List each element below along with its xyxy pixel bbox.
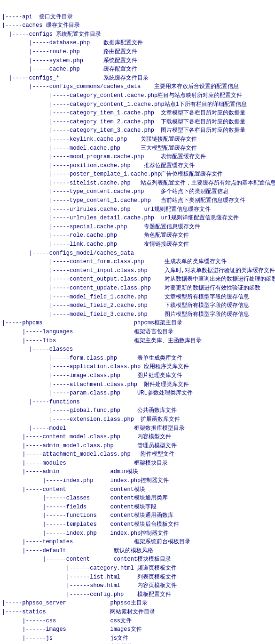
- tree-line: |-----templates 框架系统前台模板目录: [2, 538, 273, 547]
- tree-line: |-----extension.class.php 扩展函数库文件: [2, 415, 273, 424]
- tree-line: |------classes content模块通用类库: [2, 494, 273, 503]
- tree-line: |-----position.cache.php 推荐位配置缓存文件: [2, 161, 273, 170]
- tree-line: |-----model_field_3.cache.php 图片模型所有模型字段…: [2, 310, 273, 319]
- tree-line: |-----phpsso_server phpsso主目录: [2, 599, 273, 608]
- tree-line: |-----form.class.php 表单生成类库文件: [2, 354, 273, 363]
- tree-line: |-----type_content.cache.php 多个站点下的类别配置信…: [2, 187, 273, 196]
- tree-line: |-----content_model.class.php 内容模型文件: [2, 433, 273, 442]
- tree-line: |-----configs_model/caches_data: [2, 249, 273, 258]
- tree-line: |-----content content模块: [2, 485, 273, 494]
- tree-line: |-----model.cache.php 三大模型配置缓存文件: [2, 144, 273, 153]
- tree-line: |-----languages 框架语言包目录: [2, 328, 273, 337]
- tree-line: |-----mood_program.cache.php 表情配置缓存文件: [2, 153, 273, 161]
- tree-line: |-----statics 网站素材文件目录: [2, 608, 273, 617]
- tree-line: |-----libs 框架主类库、主函数库目录: [2, 337, 273, 346]
- tree-line: |-----category_content_1.cache.php站点1下所有…: [2, 100, 273, 109]
- tree-line: |-----functions: [2, 398, 273, 407]
- tree-line: |-----model 框架数据库模型目录: [2, 424, 273, 433]
- tree-line: |------templates content模块后台模板文件: [2, 520, 273, 529]
- tree-line: |-----model_field_1.cache.php 文章模型所有模型字段…: [2, 293, 273, 302]
- tree-line: |-----admin admin模块: [2, 467, 273, 476]
- tree-line: |-----poster_template_1.cache.php广告位模板配置…: [2, 170, 273, 179]
- tree-line: |-----application.class.php 应用程序类库文件: [2, 362, 273, 371]
- tree-line: |-----configs_commons/caches_data 主要用来存放…: [2, 82, 273, 91]
- tree-line: |-----content_input.class.php 入库时,对表单数据进…: [2, 266, 273, 275]
- tree-line: |-----attachment.class.php 附件处理类库文件: [2, 380, 273, 389]
- tree-line: |-----default 默认的模板风格: [2, 547, 273, 555]
- tree-line: |-----route.php 路由配置文件: [2, 48, 273, 56]
- tree-line: |------css css文件: [2, 617, 273, 626]
- tree-line: |-----index.php index.php控制器文件: [2, 476, 273, 485]
- tree-line: |------fields content模块字段: [2, 503, 273, 512]
- tree-line: |------index.php index.php控制器文件: [2, 529, 273, 538]
- tree-line: |-----cache.php 缓存配置文件: [2, 65, 273, 74]
- tree-line: |------content content模块模板目录: [2, 555, 273, 564]
- tree-line: |-----sitelist.cache.php 站点列表配置文件，主要缓存所有…: [2, 179, 273, 188]
- tree-line: |-----type_content_1.cache.php 当前站点下类别配置…: [2, 196, 273, 205]
- tree-line: |-----category_item_3.cache.php 图片模型下各栏目…: [2, 126, 273, 135]
- tree-line: |------js js文件: [2, 634, 273, 643]
- tree-line: |-----keylink.cache.php 关联链接配置缓存文件: [2, 135, 273, 144]
- tree-line: |-----urlrules.cache.php url规则配置信息缓存文件: [2, 205, 273, 214]
- tree-line: |-----system.php 系统配置文件: [2, 56, 273, 65]
- tree-line: |-----api 接口文件目录: [2, 13, 273, 22]
- tree-line: |------show.html 内容页模板文件: [2, 581, 273, 590]
- tree-line: |-----admin_model.class.php 管理员模型文件: [2, 442, 273, 451]
- tree-line: |-----category_item_2.cache.php 下载模型下各栏目…: [2, 118, 273, 127]
- tree-line: |-----configs 系统配置文件目录: [2, 30, 273, 39]
- tree-line: |-----content_form.class.php 生成表单的类库缓存文件: [2, 258, 273, 266]
- tree-line: |-----special.cache.php 专题配置信息缓存文件: [2, 223, 273, 232]
- tree-line: |-----modules 框架模块目录: [2, 459, 273, 468]
- tree-line: |-----caches 缓存文件目录: [2, 21, 273, 30]
- tree-line: |-----content_update.class.php 对要更新的数据进行…: [2, 284, 273, 293]
- tree-line: |------images images文件: [2, 625, 273, 634]
- tree-line: |------list.html 列表页模板文件: [2, 573, 273, 582]
- tree-line: |-----global.func.php 公共函数库文件: [2, 406, 273, 415]
- tree-line: |-----attachment_model.class.php 附件模型文件: [2, 450, 273, 459]
- tree-line: |-----urlrules_detail.cache.php url规则详细配…: [2, 214, 273, 223]
- file-tree: |-----api 接口文件目录|-----caches 缓存文件目录 |---…: [2, 4, 273, 644]
- tree-line: |-----model_field_2.cache.php 下载模型所有模型字段…: [2, 301, 273, 310]
- tree-line: |-----param.class.php URL参数处理类库文件: [2, 389, 273, 398]
- tree-line: |-----classes: [2, 345, 273, 354]
- tree-line: |-----link.cache.php 友情链接缓存文件: [2, 240, 273, 249]
- tree-line: |-----content_output.class.php 对从数据表中查询出…: [2, 275, 273, 284]
- tree-line: |-----category_item_1.cache.php 文章模型下各栏目…: [2, 109, 273, 118]
- tree-line: |-----database.php 数据库配置文件: [2, 39, 273, 48]
- tree-line: |------category.html 频道页模板文件: [2, 564, 273, 573]
- tree-line: |------functions content模块通用函数库: [2, 511, 273, 520]
- tree-line: |-----image.class.php 图片处理类库文件: [2, 371, 273, 380]
- tree-line: |------config.php 模板配置文件: [2, 590, 273, 599]
- tree-line: |-----category_content.cache.php栏目与站点映射所…: [2, 91, 273, 100]
- tree-line: |-----configs_* 系统缓存文件目录: [2, 74, 273, 83]
- tree-line: |-----phpcms phpcms框架主目录: [2, 319, 273, 328]
- tree-line: |-----role.cache.php 角色配置缓存文件: [2, 231, 273, 240]
